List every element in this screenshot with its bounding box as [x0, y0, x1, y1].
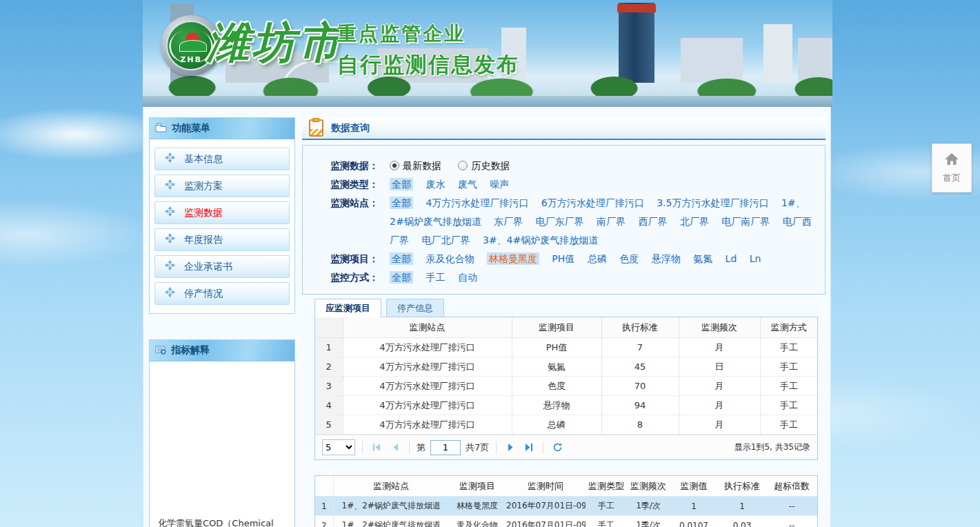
river-water [143, 96, 832, 107]
th-exceed-ratio: 超标倍数 [766, 476, 817, 497]
total-pages-label: 共7页 [466, 441, 489, 454]
filter-options-item: 全部 汞及化合物 林格曼黑度 PH值 总磷 色度 悬浮物 氨氮 Ld Ln [390, 250, 814, 268]
type-option[interactable]: 全部 [390, 178, 413, 190]
item-option[interactable]: 总磷 [588, 253, 607, 264]
station-option[interactable]: 电厂北厂界 [421, 235, 470, 246]
type-option[interactable]: 废气 [458, 179, 477, 190]
method-option[interactable]: 自动 [458, 272, 477, 283]
cell-method: 手工 [760, 396, 817, 415]
menu-item-label: 基本信息 [184, 153, 223, 166]
radio-latest-data[interactable]: 最新数据 [390, 160, 441, 171]
filter-options-method: 全部 手工 自动 [390, 268, 814, 287]
cell-item: 悬浮物 [512, 396, 601, 415]
th-type: 监测类型 [586, 476, 627, 497]
cell-rownum: 4 [315, 396, 343, 415]
next-page-button[interactable] [503, 441, 517, 455]
tab-monitoring-items[interactable]: 应监测项目 [314, 299, 381, 317]
sidebar-item-shutdown[interactable]: 停产情况 [154, 282, 290, 305]
home-button[interactable]: 首页 [932, 143, 972, 192]
station-option[interactable]: 3.5万方污水处理厂排污口 [657, 197, 768, 208]
site-title: 潍坊市 [207, 11, 343, 74]
table-row[interactable]: 1 4万方污水处理厂排污口 PH值 7 月 手工 [315, 338, 817, 357]
th-station: 监测站点 [333, 476, 449, 497]
item-option[interactable]: 全部 [390, 252, 413, 265]
page-prefix-label: 第 [417, 441, 426, 454]
cell-frequency: 月 [679, 415, 760, 435]
compass-icon [165, 233, 175, 246]
item-option[interactable]: 氨氮 [693, 253, 712, 264]
sidebar-item-commitment[interactable]: 企业承诺书 [154, 255, 290, 278]
type-option[interactable]: 废水 [426, 179, 445, 190]
cell-frequency: 1季/次 [627, 497, 670, 516]
filter-row-item: 监测项目： 全部 汞及化合物 林格曼黑度 PH值 总磷 色度 悬浮物 氨氮 Ld… [330, 250, 814, 268]
table-row[interactable]: 4 4万方污水处理厂排污口 悬浮物 94 月 手工 [315, 396, 817, 415]
sidebar-item-annual-report[interactable]: 年度报告 [154, 228, 290, 251]
station-option[interactable]: 6万方污水处理厂排污口 [541, 197, 644, 208]
sidebar-item-monitor-plan[interactable]: 监测方案 [154, 175, 290, 197]
station-option[interactable]: 3#、4#锅炉废气排放烟道 [483, 235, 598, 246]
cell-method: 手工 [760, 357, 817, 377]
item-option[interactable]: Ln [750, 253, 761, 264]
cell-method: 手工 [760, 338, 817, 357]
divider [496, 441, 497, 454]
station-option[interactable]: 电厂东厂界 [536, 216, 584, 227]
radio-history-data[interactable]: 历史数据 [458, 160, 510, 171]
item-option[interactable]: 悬浮物 [652, 253, 681, 264]
cell-rownum: 1 [315, 497, 333, 516]
th-time: 监测时间 [506, 476, 586, 497]
radio-label: 最新数据 [403, 160, 441, 171]
item-option[interactable]: 色度 [619, 253, 639, 264]
sidebar-item-monitor-data[interactable]: 监测数据 [154, 201, 290, 224]
divider [409, 441, 410, 454]
first-page-button[interactable] [370, 441, 383, 455]
type-option[interactable]: 噪声 [490, 179, 509, 190]
menu-title: 功能菜单 [172, 122, 210, 135]
site-subtitle-line1: 重点监管企业 [337, 21, 519, 47]
last-page-button[interactable] [522, 441, 536, 455]
method-option[interactable]: 手工 [426, 272, 445, 283]
filter-box: 监测数据： 最新数据 历史数据 监测类型： 全部 废水 废气 噪声 监测站点： … [302, 145, 826, 295]
cell-standard: 70 [601, 377, 679, 396]
tab-shutdown-info[interactable]: 停产信息 [386, 299, 444, 317]
table-row[interactable]: 1 1#、2#锅炉废气排放烟道 林格曼黑度 2016年07月01日-09 手工 … [315, 497, 817, 516]
home-label: 首页 [943, 172, 961, 184]
method-option[interactable]: 全部 [390, 271, 413, 284]
menu-item-label: 企业承诺书 [184, 261, 232, 273]
station-option[interactable]: 电厂南厂界 [721, 216, 770, 227]
filter-options-type: 全部 废水 废气 噪声 [390, 175, 814, 194]
page-size-select[interactable]: 5 [322, 439, 355, 455]
item-option-highlighted[interactable]: 林格曼黑度 [487, 252, 539, 265]
station-option[interactable]: 东厂界 [494, 216, 523, 227]
table-header-row: 监测站点 监测项目 监测时间 监测类型 监测频次 监测值 执行标准 超标倍数 [315, 476, 817, 497]
indicator-panel-header: 指标解释 [150, 340, 294, 361]
cell-item: 汞及化合物 [449, 516, 506, 527]
table-row[interactable]: 3 4万方污水处理厂排污口 色度 70 月 手工 [315, 377, 817, 396]
station-option[interactable]: 4万方污水处理厂排污口 [426, 197, 528, 208]
th-item: 监测项目 [512, 317, 601, 338]
indicator-title: 指标解释 [171, 344, 210, 357]
th-frequency: 监测频次 [679, 317, 760, 338]
logo-hill-icon [179, 40, 207, 52]
item-option[interactable]: 汞及化合物 [426, 253, 474, 264]
table-row[interactable]: 2 1#、2#锅炉废气排放烟道 汞及化合物 2016年07月01日-09 手工 … [315, 516, 817, 527]
prev-page-button[interactable] [388, 441, 402, 455]
sidebar-item-basic-info[interactable]: 基本信息 [154, 148, 290, 170]
th-value: 监测值 [670, 476, 718, 497]
station-option[interactable]: 北厂界 [680, 216, 709, 227]
item-option[interactable]: Ld [726, 253, 737, 264]
tabs: 应监测项目 停产信息 [302, 299, 826, 317]
cell-time: 2016年07月01日-09 [506, 516, 586, 527]
cell-rownum: 1 [315, 338, 343, 357]
menu-list: 基本信息 监测方案 监测数据 年度报告 企业承诺书 [150, 139, 294, 313]
refresh-button[interactable] [550, 441, 564, 455]
page-input[interactable] [430, 440, 461, 455]
cell-standard: 8 [601, 415, 679, 435]
station-option[interactable]: 南厂界 [597, 216, 626, 227]
station-option[interactable]: 西厂界 [638, 216, 667, 227]
menu-item-label: 停产情况 [184, 288, 223, 300]
station-option[interactable]: 全部 [390, 197, 413, 209]
table-row[interactable]: 5 4万方污水处理厂排污口 总磷 8 月 手工 [315, 415, 817, 435]
table-row[interactable]: 2 4万方污水处理厂排污口 氨氮 45 日 手工 [315, 357, 817, 377]
indicator-panel: 指标解释 化学需氧量COD（Chemical [149, 339, 295, 527]
item-option[interactable]: PH值 [552, 253, 574, 264]
